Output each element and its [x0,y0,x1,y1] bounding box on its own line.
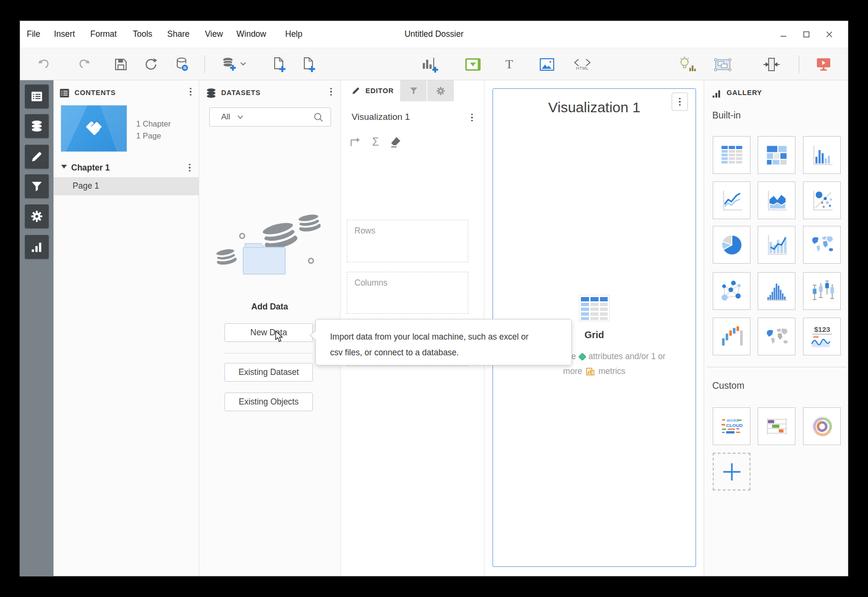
chapter-row[interactable]: Chapter 1 [54,160,199,177]
menu-format[interactable]: Format [90,29,117,39]
page-row-selected[interactable]: Page 1 [54,177,199,195]
dataset-search-box[interactable]: All [209,107,331,127]
gallery-item-bubble-chart[interactable] [803,181,841,219]
chevron-down-icon[interactable] [237,115,244,119]
gallery-item-heat-map[interactable] [758,136,795,174]
gear-icon [30,210,43,223]
tab-format[interactable] [427,80,454,101]
add-visualization-button[interactable] [420,55,439,74]
gallery-item-box-plot[interactable] [803,272,841,310]
contents-menu-button[interactable] [185,86,196,97]
gantt-chart-icon [764,414,789,439]
gallery-item-waterfall[interactable] [713,318,750,355]
menu-help[interactable]: Help [285,29,302,39]
redo-button[interactable] [74,55,93,74]
swap-axes-icon[interactable] [348,136,362,148]
gallery-item-line-chart[interactable] [713,181,750,219]
chapter-menu-button[interactable] [184,162,195,173]
gallery-item-pie-chart[interactable] [713,226,750,264]
database-clock-icon [175,57,190,72]
gallery-item-combo-chart[interactable] [758,226,795,264]
tab-editor[interactable]: EDITOR [341,80,399,101]
editor-viz-menu-button[interactable] [467,112,477,123]
dropzone-rows[interactable]: Rows [347,220,468,262]
tab-filter[interactable] [400,80,427,101]
area-chart-icon [764,188,789,213]
gallery-item-sunburst[interactable] [803,407,841,445]
gallery-item-area-chart[interactable] [758,181,795,219]
rail-settings-button[interactable] [25,204,49,228]
dataset-status-button[interactable] [173,55,192,74]
editor-viz-title: Visualization 1 [352,112,410,122]
fit-to-window-button[interactable] [762,55,781,74]
layout-canvas-icon [714,57,732,72]
gallery-item-map[interactable] [803,226,841,264]
rail-filter-button[interactable] [25,174,49,198]
fit-width-icon [763,57,780,72]
new-data-button[interactable]: New Data [225,323,313,342]
viz-type-label: Grid [584,330,604,341]
add-image-button[interactable] [537,55,557,74]
kpi-value-text: $123 [814,325,830,333]
add-text-button[interactable]: T [500,55,519,74]
selector-icon [464,57,482,72]
menu-share[interactable]: Share [167,29,190,39]
presentation-mode-button[interactable] [814,55,833,74]
rail-datasets-button[interactable] [25,114,49,138]
add-page-icon [271,56,287,73]
gallery-item-network[interactable] [713,272,750,310]
visualization-menu-button[interactable] [672,93,688,111]
menu-tools[interactable]: Tools [133,29,152,39]
insights-button[interactable] [678,55,697,74]
html-label: HTML [576,66,589,71]
undo-button[interactable] [35,55,54,74]
gallery-title: GALLERY [727,89,762,96]
pencil-icon [351,86,361,96]
add-selector-button[interactable] [463,55,482,74]
auto-arrange-button[interactable] [713,55,732,74]
add-data-button[interactable] [221,55,247,74]
gallery-item-histogram[interactable] [758,272,795,310]
dropzone-columns-label: Columns [354,278,387,288]
add-page-button[interactable] [269,55,289,74]
desktop: { "window": { "title": "Untitled Dossier… [0,0,868,597]
toolbar-separator [799,56,799,73]
dataset-filter-dropdown[interactable]: All [221,112,230,122]
gallery-item-grid[interactable] [713,136,750,174]
add-html-button[interactable]: HTML [573,55,592,74]
bar-chart-icon [30,240,43,254]
gallery-item-geospatial-service[interactable] [758,318,795,355]
menu-file[interactable]: File [27,29,40,39]
existing-objects-button[interactable]: Existing Objects [225,393,313,411]
gallery-item-bar-chart[interactable] [803,136,841,174]
dropzone-columns[interactable]: Columns [347,272,468,314]
rail-contents-button[interactable] [25,85,49,108]
close-button[interactable] [822,28,836,41]
gallery-item-gantt-chart[interactable] [758,407,795,445]
datasets-menu-button[interactable] [326,86,336,97]
pie-chart-icon [719,233,744,257]
gallery-item-word-cloud[interactable]: WORD CLOUD [713,407,750,445]
save-button[interactable] [111,55,130,74]
visualization-title: Visualization 1 [493,99,696,116]
menu-insert[interactable]: Insert [54,29,75,39]
search-icon[interactable] [313,112,324,123]
add-chapter-button[interactable] [299,55,318,74]
eraser-icon[interactable] [389,136,403,148]
rail-editor-button[interactable] [25,145,49,169]
gallery-item-kpi[interactable]: $123 [803,318,841,355]
gallery-item-add-custom-visualization[interactable] [713,453,750,490]
existing-dataset-button[interactable]: Existing Dataset [225,363,313,382]
sigma-totals-icon[interactable]: Σ [372,137,379,148]
menu-window[interactable]: Window [236,29,266,39]
word-cloud-word2: CLOUD [726,422,743,427]
minimize-button[interactable] [776,28,791,41]
rail-gallery-button[interactable] [25,235,49,259]
dossier-thumbnail[interactable] [61,105,127,152]
refresh-button[interactable] [141,55,161,74]
menu-view[interactable]: View [205,29,223,39]
maximize-button[interactable] [799,28,814,41]
map-icon [810,233,835,257]
chevron-down-icon[interactable] [61,165,67,169]
gallery-panel: GALLERY Built-in [704,80,848,576]
